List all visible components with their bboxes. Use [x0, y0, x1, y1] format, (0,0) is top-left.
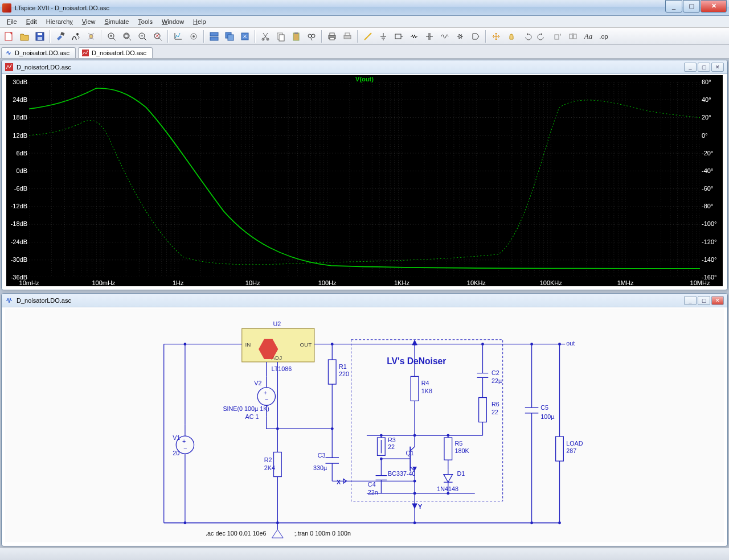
y-axis-left[interactable]: 30dB24dB18dB12dB6dB0dB-6dB-12dB-18dB-24d… — [6, 75, 29, 277]
svg-point-25 — [308, 34, 312, 38]
svg-rect-193 — [479, 398, 487, 422]
rotate-icon[interactable] — [551, 30, 564, 43]
svg-text:287: 287 — [566, 447, 576, 454]
svg-text:−: − — [183, 444, 187, 451]
menu-tools[interactable]: Tools — [133, 17, 157, 26]
halt-icon[interactable] — [84, 30, 98, 43]
svg-text:R4: R4 — [421, 380, 429, 386]
cascade-icon[interactable] — [223, 30, 236, 43]
spice-dir-icon[interactable]: .op — [597, 30, 611, 43]
print-setup-icon[interactable] — [341, 30, 354, 43]
minimize-button[interactable]: _ — [665, 0, 682, 13]
close-button[interactable]: ✕ — [701, 0, 727, 13]
svg-point-13 — [193, 35, 195, 38]
y-axis-right[interactable]: 60°40°20°0°-20°-40°-60°-80°-100°-120°-14… — [700, 75, 723, 277]
component-icon[interactable] — [469, 30, 482, 43]
tab-plot[interactable]: D_noisatorLDO.asc — [78, 47, 153, 58]
hammer-icon[interactable] — [54, 30, 67, 43]
move-icon[interactable] — [489, 30, 503, 43]
statusbar — [0, 547, 729, 560]
zoom-fit-icon[interactable] — [151, 30, 165, 43]
paste-icon[interactable] — [289, 30, 303, 43]
cut-icon[interactable] — [259, 30, 272, 43]
pane-minimize[interactable]: _ — [684, 296, 697, 305]
menu-file[interactable]: File — [2, 17, 22, 26]
maximize-button[interactable]: ▢ — [683, 0, 700, 13]
x-axis[interactable]: 10mHz100mHz1Hz10Hz100Hz1KHz10KHz100KHz1M… — [29, 277, 700, 286]
menu-hierarchy[interactable]: Hierarchy — [42, 17, 77, 26]
pane-close[interactable]: ✕ — [711, 63, 724, 72]
svg-text:AC 1: AC 1 — [245, 413, 259, 420]
redo-icon[interactable] — [535, 30, 549, 43]
svg-text:−: − — [265, 396, 268, 402]
svg-text:R3: R3 — [388, 437, 396, 443]
inductor-icon[interactable] — [438, 30, 452, 43]
new-icon[interactable] — [2, 30, 16, 43]
schematic-pane: D_noisatorLDO.asc _ ▢ ✕ LV's DeNoiser IN… — [1, 293, 728, 546]
text-icon[interactable]: Aa — [581, 30, 595, 43]
svg-text:LOAD: LOAD — [566, 440, 583, 447]
capacitor-icon[interactable] — [423, 30, 436, 43]
svg-text:;.tran 0 100m 0 100n: ;.tran 0 100m 0 100n — [294, 530, 351, 537]
label-icon[interactable] — [392, 30, 406, 43]
svg-rect-34 — [570, 34, 572, 39]
tab-schematic[interactable]: D_noisatorLDO.asc — [1, 47, 76, 58]
svg-rect-202 — [556, 437, 564, 461]
svg-text:+: + — [182, 438, 186, 444]
resistor-icon[interactable] — [407, 30, 421, 43]
svg-text:180K: 180K — [455, 447, 470, 454]
svg-text:1K8: 1K8 — [421, 388, 432, 394]
menu-edit[interactable]: Edit — [22, 17, 42, 26]
svg-text:IN: IN — [245, 341, 251, 348]
pane-maximize[interactable]: ▢ — [698, 63, 710, 72]
pane-minimize[interactable]: _ — [684, 63, 697, 72]
diode-icon[interactable] — [453, 30, 467, 43]
svg-text:OUT: OUT — [300, 341, 312, 348]
autoscale-icon[interactable] — [171, 30, 185, 43]
copy-icon[interactable] — [274, 30, 288, 43]
svg-point-26 — [312, 34, 315, 38]
zoom-out-icon[interactable] — [136, 30, 149, 43]
menu-window[interactable]: Window — [157, 17, 189, 26]
svg-rect-9 — [125, 34, 128, 38]
svg-rect-31 — [345, 33, 350, 35]
svg-text:C2: C2 — [492, 369, 499, 376]
ground-icon[interactable] — [376, 30, 390, 43]
svg-text:SINE(0 100µ 1K): SINE(0 100µ 1K) — [223, 405, 269, 412]
close-all-icon[interactable] — [238, 30, 252, 43]
save-icon[interactable] — [33, 30, 47, 43]
plot-canvas[interactable]: V(out) 30dB24dB18dB12dB6dB0dB-6dB-12dB-1… — [6, 75, 723, 286]
svg-point-187 — [447, 492, 449, 495]
window-controls: _ ▢ ✕ — [665, 3, 727, 13]
schematic-icon — [5, 297, 13, 304]
settings-icon[interactable] — [187, 30, 200, 43]
menu-help[interactable]: Help — [189, 17, 211, 26]
svg-text:330µ: 330µ — [313, 464, 327, 471]
drag-icon[interactable] — [505, 30, 518, 43]
draw-wire-icon[interactable] — [361, 30, 375, 43]
plot-grid — [29, 82, 700, 277]
mirror-icon[interactable] — [566, 30, 580, 43]
pane-maximize[interactable]: ▢ — [698, 296, 710, 305]
run-icon[interactable] — [69, 30, 83, 43]
tab-label: D_noisatorLDO.asc — [92, 50, 146, 56]
find-icon[interactable] — [305, 30, 318, 43]
svg-point-190 — [481, 343, 484, 345]
svg-rect-15 — [210, 37, 218, 40]
svg-rect-184 — [444, 438, 452, 460]
zoom-in-icon[interactable] — [105, 30, 118, 43]
tile-icon[interactable] — [207, 30, 221, 43]
svg-text:100µ: 100µ — [540, 413, 554, 420]
plot-icon — [82, 50, 89, 56]
plot-titlebar[interactable]: D_noisatorLDO.asc _ ▢ ✕ — [2, 60, 727, 74]
svg-rect-24 — [294, 32, 298, 34]
schematic-titlebar[interactable]: D_noisatorLDO.asc _ ▢ ✕ — [2, 294, 727, 307]
schematic-canvas[interactable]: LV's DeNoiser IN OUT ADJ U2 LT1086 out — [5, 308, 724, 542]
open-icon[interactable] — [18, 30, 31, 43]
pane-close[interactable]: ✕ — [711, 296, 724, 305]
menu-simulate[interactable]: Simulate — [100, 17, 133, 26]
print-icon[interactable] — [325, 30, 339, 43]
undo-icon[interactable] — [520, 30, 534, 43]
menu-view[interactable]: View — [77, 17, 100, 26]
zoom-area-icon[interactable] — [120, 30, 134, 43]
